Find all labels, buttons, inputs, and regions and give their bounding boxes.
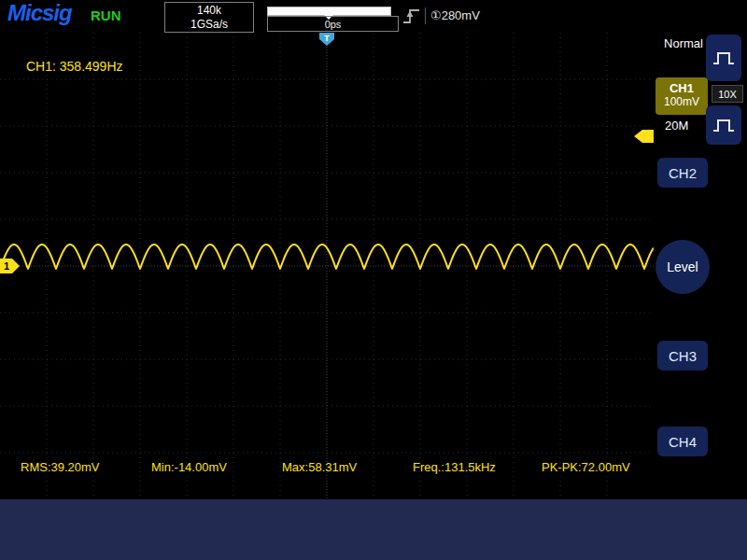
bottom-toolbar: Fine Quick Save 10us CH1 Cursor: [0, 499, 747, 560]
memory-depth: 140k: [165, 4, 253, 17]
graticule-grid: [0, 33, 654, 499]
topbar-divider: [425, 7, 426, 24]
pulse-icon: [712, 116, 736, 134]
waveform-canvas[interactable]: T 1: [0, 33, 654, 499]
trigger-position-marker-label: T: [324, 34, 330, 43]
ch1-scale-button[interactable]: CH1 100mV: [655, 77, 708, 115]
measurement-max: Max:58.31mV: [282, 460, 357, 474]
pulse-icon: [712, 49, 736, 67]
trigger-position-readout[interactable]: 0ps: [267, 16, 399, 32]
micsig-logo: Micsig: [7, 0, 72, 26]
trigger-slope-icon[interactable]: [402, 6, 422, 26]
ch4-button[interactable]: CH4: [657, 427, 708, 456]
trigger-level-button[interactable]: Level: [655, 240, 710, 294]
measurement-freq: Freq.:131.5kHz: [413, 460, 496, 474]
trigger-coupling-button[interactable]: [706, 105, 741, 145]
right-sidebar: Normal CH1 100mV 10X 20M CH2 Level CH3 C…: [654, 33, 747, 499]
channel1-position-marker-label: 1: [4, 260, 9, 272]
trigger-type-button[interactable]: [706, 35, 741, 81]
run-stop-status[interactable]: RUN: [91, 7, 121, 23]
trigger-level-arrow-icon[interactable]: [634, 130, 654, 143]
bandwidth-limit-label: 20M: [665, 119, 688, 133]
ch3-button[interactable]: CH3: [657, 341, 708, 371]
measurement-pkpk: PK-PK:72.00mV: [542, 460, 630, 474]
measurement-rms: RMS:39.20mV: [21, 460, 100, 474]
sample-rate: 1GSa/s: [165, 18, 253, 31]
trigger-level-readout[interactable]: ①280mV: [430, 8, 480, 22]
measurement-min: Min:-14.00mV: [151, 460, 227, 474]
ch2-button[interactable]: CH2: [657, 158, 708, 188]
probe-attenuation-badge: 10X: [712, 85, 743, 103]
ch1-scale: 100mV: [655, 95, 708, 108]
hardware-frequency-counter: CH1: 358.499Hz: [26, 59, 123, 74]
channel1-position-marker[interactable]: 1: [0, 259, 20, 273]
trigger-position-marker[interactable]: T: [319, 33, 334, 46]
waveform-display[interactable]: T 1 CH1: 358.499Hz RMS:39.20mV Min:-14.0…: [0, 33, 654, 499]
sample-info-box[interactable]: 140k 1GSa/s: [164, 2, 254, 33]
top-status-bar: Micsig RUN 140k 1GSa/s 0ps ①280mV: [0, 0, 747, 33]
trigger-mode-label[interactable]: Normal: [661, 36, 706, 50]
ch1-label: CH1: [655, 77, 708, 95]
